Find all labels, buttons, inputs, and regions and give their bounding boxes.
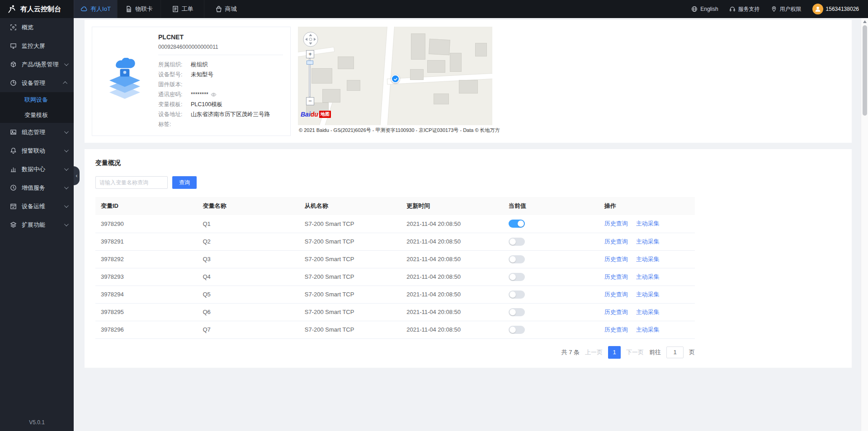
scrollbar-thumb[interactable] [863,25,867,116]
cell-time: 2021-11-04 20:08:50 [401,233,503,250]
tab-youren-iot[interactable]: 有人IoT [74,0,117,18]
table-row: 3978294 Q5 S7-200 Smart TCP 2021-11-04 2… [95,286,695,303]
device-location-map: + − Baidu地图 © 2021 Baidu - GS(2021)6026号… [298,27,492,136]
baidu-logo: Baidu地图 [301,111,331,118]
sidebar-item-data-center[interactable]: 数据中心 [0,160,74,178]
cell-name: Q6 [197,303,299,321]
map-building [459,80,478,94]
active-collect-link[interactable]: 主动采集 [636,238,660,245]
sidebar-item-label: 组态管理 [22,128,45,136]
zoom-slider[interactable] [306,58,314,97]
language-label: English [700,6,718,12]
col-slave-name: 从机名称 [299,197,401,215]
value-toggle[interactable] [509,308,525,316]
value-toggle[interactable] [509,220,525,228]
cell-actions: 历史查询主动采集 [599,268,695,286]
cell-time: 2021-11-04 20:08:50 [401,321,503,338]
variable-search-input[interactable] [95,176,168,189]
baidu-logo-text: Bai [301,111,311,118]
sim-card-icon [125,5,132,13]
zoom-handle[interactable] [307,61,313,65]
toggle-knob [509,309,516,315]
history-query-link[interactable]: 历史查询 [604,273,628,280]
pie-chart-icon [10,80,17,86]
active-collect-link[interactable]: 主动采集 [636,309,660,315]
table-header-row: 变量ID 变量名称 从机名称 更新时间 当前值 操作 [95,197,695,215]
zoom-in-button[interactable]: + [306,50,314,58]
tab-mall[interactable]: 商城 [204,0,247,18]
value-toggle[interactable] [509,255,525,263]
map-building [311,68,332,84]
history-query-link[interactable]: 历史查询 [604,309,628,315]
device-info-card: PLCNET 00092846000000000011 所属组织: 根组织 设备… [92,27,291,136]
active-collect-link[interactable]: 主动采集 [636,326,660,333]
sidebar-item-alarm-linkage[interactable]: 报警联动 [0,141,74,160]
search-button[interactable]: 查询 [172,176,197,189]
clock-icon [10,184,17,191]
chevron-down-icon [64,166,69,171]
service-support[interactable]: 服务支持 [729,5,760,13]
chevron-down-icon [64,148,69,152]
store-icon [215,5,222,13]
bar-chart-icon [10,166,17,173]
map-building [475,43,487,56]
active-collect-link[interactable]: 主动采集 [636,256,660,262]
user-permission[interactable]: 用户权限 [771,5,802,13]
sidebar-item-configuration[interactable]: 组态管理 [0,123,74,141]
value-toggle[interactable] [509,238,525,246]
sidebar-item-extended-functions[interactable]: 扩展功能 [0,216,74,234]
device-location-marker[interactable] [391,75,400,83]
sidebar-item-overview[interactable]: 概览 [0,18,74,37]
map-pan-control[interactable] [302,31,319,49]
field-label: 固件版本: [158,80,191,89]
baidu-map-badge: 地图 [319,111,331,118]
field-label: 标签: [158,119,191,129]
history-query-link[interactable]: 历史查询 [604,220,628,227]
user-account[interactable]: 15634138026 [812,4,859,14]
prev-page-button[interactable]: 上一页 [585,348,603,356]
tab-iot-card[interactable]: 物联卡 [117,0,160,18]
active-collect-link[interactable]: 主动采集 [636,220,660,227]
sidebar-item-device-operations[interactable]: 设备运维 [0,197,74,216]
tab-label: 商城 [225,5,237,13]
sidebar-collapse-handle[interactable]: ‹ [74,166,80,185]
map-canvas[interactable]: + − Baidu地图 [298,27,492,125]
sidebar-item-product-scene[interactable]: 产品/场景管理 [0,55,74,74]
page-jump-input[interactable] [666,347,684,358]
history-query-link[interactable]: 历史查询 [604,326,628,333]
sidebar-item-variable-template[interactable]: 变量模板 [0,108,74,123]
sidebar-item-networked-devices[interactable]: 联网设备 [0,92,74,108]
sidebar-item-value-added-services[interactable]: 增值服务 [0,178,74,197]
avatar[interactable] [812,4,823,14]
cell-id: 3978296 [95,321,197,338]
value-toggle[interactable] [509,273,525,281]
map-zoom-control: + − [306,50,314,105]
value-toggle[interactable] [509,290,525,299]
cell-slave: S7-200 Smart TCP [299,268,401,286]
language-switch[interactable]: English [691,6,718,12]
pagination: 共 7 条 上一页 1 下一页 前往 页 [95,346,695,359]
device-info: PLCNET 00092846000000000011 所属组织: 根组织 设备… [158,33,283,129]
eye-icon[interactable] [211,92,217,98]
active-collect-link[interactable]: 主动采集 [636,273,660,280]
history-query-link[interactable]: 历史查询 [604,256,628,262]
layers-icon [10,221,17,228]
history-query-link[interactable]: 历史查询 [604,291,628,298]
sidebar-item-label: 设备运维 [22,202,45,211]
zoom-out-button[interactable]: − [306,97,314,105]
active-collect-link[interactable]: 主动采集 [636,291,660,298]
next-page-button[interactable]: 下一页 [626,348,644,356]
tab-work-order[interactable]: 工单 [160,0,204,18]
vertical-scrollbar[interactable] [861,18,868,431]
page-number-1[interactable]: 1 [608,346,621,359]
sidebar-subitem-label: 联网设备 [24,96,48,104]
value-toggle[interactable] [509,326,525,334]
history-query-link[interactable]: 历史查询 [604,238,628,245]
total-count: 共 7 条 [561,348,580,356]
sidebar-item-label: 数据中心 [22,165,45,173]
topbar-right: English 服务支持 用户权限 15634138026 [691,0,868,18]
jump-label: 前往 [649,348,661,356]
scroll-up-arrow-icon[interactable] [863,20,867,23]
sidebar-item-device-management[interactable]: 设备管理 [0,74,74,92]
sidebar-item-monitor-screen[interactable]: 监控大屏 [0,37,74,55]
